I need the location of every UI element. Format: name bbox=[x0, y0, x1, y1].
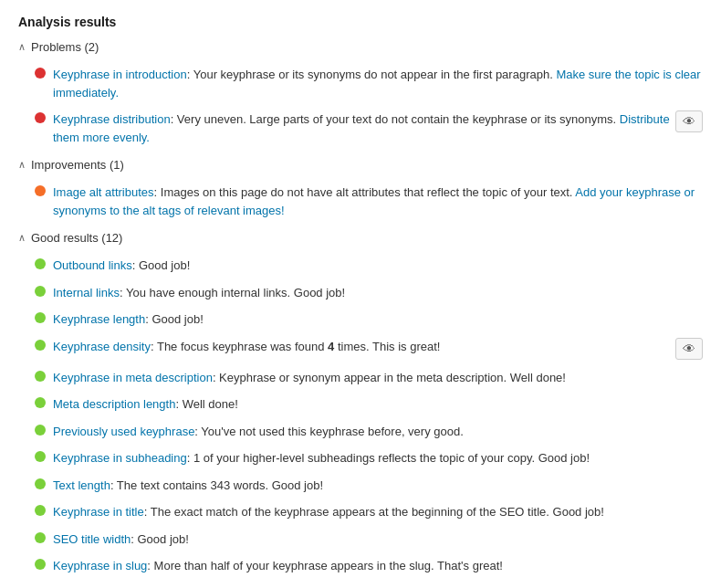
item-text-meta-description-length: Meta description length: Well done! bbox=[53, 395, 703, 414]
status-dot-keyphrase-slug bbox=[35, 559, 46, 570]
list-item-text-length: Text length: The text contains 343 words… bbox=[18, 472, 703, 499]
status-dot-outbound-links bbox=[35, 258, 46, 269]
list-item-seo-title-width: SEO title width: Good job! bbox=[18, 526, 703, 553]
list-item-keyphrase-density: Keyphrase density: The focus keyphrase w… bbox=[18, 333, 703, 364]
link-keyphrase-slug[interactable]: Keyphrase in slug bbox=[53, 559, 147, 572]
list-item-previously-used: Previously used keyphrase: You've not us… bbox=[18, 418, 703, 446]
item-text-internal-links: Internal links: You have enough internal… bbox=[53, 284, 703, 302]
item-text-keyphrase-length: Keyphrase length: Good job! bbox=[53, 310, 703, 329]
section-label-problems: Problems (2) bbox=[31, 40, 99, 54]
link-meta-description-length[interactable]: Meta description length bbox=[53, 397, 175, 411]
chevron-icon-problems[interactable]: ∧ bbox=[18, 41, 26, 53]
section-header-good-results[interactable]: ∧Good results (12) bbox=[18, 231, 703, 245]
link-internal-links[interactable]: Internal links bbox=[53, 286, 120, 299]
list-item-meta-description-length: Meta description length: Well done! bbox=[18, 391, 703, 418]
status-dot-image-alt bbox=[35, 185, 46, 196]
link-keyphrase-meta[interactable]: Keyphrase in meta description bbox=[53, 371, 213, 384]
status-dot-keyphrase-length bbox=[35, 312, 46, 323]
item-text-previously-used: Previously used keyphrase: You've not us… bbox=[53, 423, 703, 441]
status-dot-keyphrase-meta bbox=[35, 371, 46, 382]
link-keyphrase-density[interactable]: Keyphrase density bbox=[53, 340, 151, 353]
section-header-problems[interactable]: ∧Problems (2) bbox=[18, 40, 703, 54]
list-item-keyphrase-subheading: Keyphrase in subheading: 1 of your highe… bbox=[18, 445, 703, 472]
item-text-keyphrase-subheading: Keyphrase in subheading: 1 of your highe… bbox=[53, 449, 703, 467]
section-header-improvements[interactable]: ∧Improvements (1) bbox=[18, 158, 703, 172]
status-dot-seo-title-width bbox=[35, 532, 46, 543]
page-title: Analysis results bbox=[18, 15, 703, 29]
section-label-good-results: Good results (12) bbox=[31, 231, 122, 245]
status-dot-keyphrase-subheading bbox=[35, 451, 46, 462]
link-keyphrase-title[interactable]: Keyphrase in title bbox=[53, 505, 144, 519]
item-text-seo-title-width: SEO title width: Good job! bbox=[53, 530, 703, 549]
section-good-results: ∧Good results (12)Outbound links: Good j… bbox=[18, 231, 703, 580]
item-text-outbound-links: Outbound links: Good job! bbox=[53, 257, 703, 275]
item-text-text-length: Text length: The text contains 343 words… bbox=[53, 477, 703, 495]
item-text-keyphrase-distribution: Keyphrase distribution: Very uneven. Lar… bbox=[53, 110, 672, 146]
status-dot-text-length bbox=[35, 478, 46, 489]
link-text-length[interactable]: Text length bbox=[53, 478, 110, 492]
section-improvements: ∧Improvements (1)Image alt attributes: I… bbox=[18, 158, 703, 224]
list-item-keyphrase-title: Keyphrase in title: The exact match of t… bbox=[18, 499, 703, 526]
list-item-keyphrase-meta: Keyphrase in meta description: Keyphrase… bbox=[18, 364, 703, 392]
link-previously-used[interactable]: Previously used keyphrase bbox=[53, 425, 194, 438]
section-label-improvements: Improvements (1) bbox=[31, 158, 124, 172]
list-item-keyphrase-length: Keyphrase length: Good job! bbox=[18, 306, 703, 333]
chevron-icon-improvements[interactable]: ∧ bbox=[18, 159, 26, 171]
status-dot-meta-description-length bbox=[35, 397, 46, 408]
item-text-keyphrase-intro: Keyphrase in introduction: Your keyphras… bbox=[53, 66, 703, 101]
status-dot-keyphrase-intro bbox=[35, 68, 46, 79]
link-image-alt[interactable]: Image alt attributes bbox=[53, 185, 154, 199]
status-dot-keyphrase-distribution bbox=[35, 112, 46, 123]
list-item-image-alt: Image alt attributes: Images on this pag… bbox=[18, 179, 703, 224]
status-dot-previously-used bbox=[35, 425, 46, 436]
link-keyphrase-distribution[interactable]: Keyphrase distribution bbox=[53, 112, 171, 126]
list-item-keyphrase-intro: Keyphrase in introduction: Your keyphras… bbox=[18, 61, 703, 106]
status-dot-keyphrase-density bbox=[35, 340, 46, 351]
list-item-outbound-links: Outbound links: Good job! bbox=[18, 252, 703, 279]
item-text-keyphrase-title: Keyphrase in title: The exact match of t… bbox=[53, 503, 703, 521]
section-problems: ∧Problems (2)Keyphrase in introduction: … bbox=[18, 40, 703, 151]
item-text-keyphrase-density: Keyphrase density: The focus keyphrase w… bbox=[53, 338, 672, 356]
eye-button-keyphrase-distribution[interactable]: 👁 bbox=[675, 110, 703, 132]
item-text-keyphrase-meta: Keyphrase in meta description: Keyphrase… bbox=[53, 369, 703, 387]
eye-button-keyphrase-density[interactable]: 👁 bbox=[675, 338, 703, 360]
list-item-internal-links: Internal links: You have enough internal… bbox=[18, 279, 703, 307]
link-keyphrase-length[interactable]: Keyphrase length bbox=[53, 312, 145, 326]
link-keyphrase-subheading[interactable]: Keyphrase in subheading bbox=[53, 451, 187, 465]
status-dot-internal-links bbox=[35, 286, 46, 297]
item-text-keyphrase-slug: Keyphrase in slug: More than half of you… bbox=[53, 557, 703, 575]
list-item-keyphrase-distribution: Keyphrase distribution: Very uneven. Lar… bbox=[18, 106, 703, 151]
list-item-keyphrase-slug: Keyphrase in slug: More than half of you… bbox=[18, 552, 703, 580]
status-dot-keyphrase-title bbox=[35, 505, 46, 516]
link-keyphrase-intro[interactable]: Keyphrase in introduction bbox=[53, 68, 187, 81]
chevron-icon-good-results[interactable]: ∧ bbox=[18, 232, 26, 244]
link-seo-title-width[interactable]: SEO title width bbox=[53, 532, 131, 546]
item-text-image-alt: Image alt attributes: Images on this pag… bbox=[53, 184, 703, 219]
link-outbound-links[interactable]: Outbound links bbox=[53, 258, 132, 272]
